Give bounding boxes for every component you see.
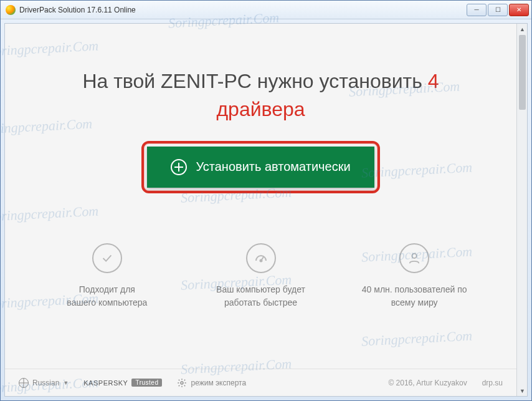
kaspersky-brand: KASPERSKY: [83, 379, 128, 387]
kaspersky-badge: KASPERSKY Trusted: [83, 379, 162, 387]
feature-compatible: Подходит для вашего компьютера: [31, 243, 184, 309]
window-controls: ─ ☐ ✕: [467, 4, 529, 16]
person-icon: [399, 243, 429, 273]
titlebar: DriverPack Solution 17.6.11 Online ─ ☐ ✕: [1, 1, 531, 19]
gauge-icon: [246, 243, 276, 273]
feature-users: 40 млн. пользователей по всему миру: [338, 243, 492, 309]
svg-point-2: [412, 253, 417, 258]
scrollbar[interactable]: ▲ ▼: [516, 24, 527, 396]
app-icon: [6, 5, 16, 15]
highlight-ring: Установить автоматически: [141, 141, 379, 193]
close-button[interactable]: ✕: [509, 4, 529, 16]
window-frame: DriverPack Solution 17.6.11 Online ─ ☐ ✕…: [0, 0, 532, 401]
language-selector[interactable]: Russian ▼: [19, 378, 69, 388]
chevron-down-icon: ▼: [63, 380, 69, 386]
expert-mode-button[interactable]: режим эксперта: [177, 378, 246, 388]
svg-point-3: [181, 382, 183, 384]
headline-drivers-word: драйвера: [82, 95, 439, 123]
feature-text: Ваш компьютер будет работать быстрее: [191, 283, 330, 309]
content-area: На твой ZENIT-PC нужно установить 4 драй…: [4, 23, 528, 397]
copyright: © 2016, Artur Kuzyakov: [388, 379, 467, 387]
site-link[interactable]: drp.su: [482, 379, 503, 387]
install-auto-button[interactable]: Установить автоматически: [147, 147, 374, 188]
trusted-badge: Trusted: [131, 379, 162, 387]
footer: Russian ▼ KASPERSKY Trusted режим экспер…: [5, 369, 516, 396]
globe-icon: [19, 378, 29, 388]
svg-point-1: [260, 259, 262, 261]
scroll-up-icon[interactable]: ▲: [517, 24, 528, 34]
install-button-label: Установить автоматически: [196, 160, 350, 174]
checkmark-icon: [92, 243, 122, 273]
feature-text: Подходит для вашего компьютера: [38, 283, 177, 309]
expert-mode-label: режим эксперта: [191, 379, 246, 387]
language-label: Russian: [32, 379, 59, 387]
maximize-button[interactable]: ☐: [488, 4, 508, 16]
driver-count: 4: [428, 70, 439, 92]
feature-text: 40 млн. пользователей по всему миру: [345, 283, 484, 309]
headline-prefix: На твой ZENIT-PC нужно установить: [82, 70, 422, 92]
scrollbar-thumb[interactable]: [519, 35, 526, 110]
install-icon: [171, 159, 187, 175]
features-row: Подходит для вашего компьютера Ваш компь…: [31, 243, 492, 309]
headline: На твой ZENIT-PC нужно установить 4 драй…: [57, 67, 463, 123]
main-content: На твой ZENIT-PC нужно установить 4 драй…: [5, 24, 516, 396]
scroll-down-icon[interactable]: ▼: [517, 385, 528, 396]
minimize-button[interactable]: ─: [467, 4, 487, 16]
feature-faster: Ваш компьютер будет работать быстрее: [184, 243, 338, 309]
gear-icon: [177, 378, 187, 388]
window-title: DriverPack Solution 17.6.11 Online: [19, 6, 467, 14]
